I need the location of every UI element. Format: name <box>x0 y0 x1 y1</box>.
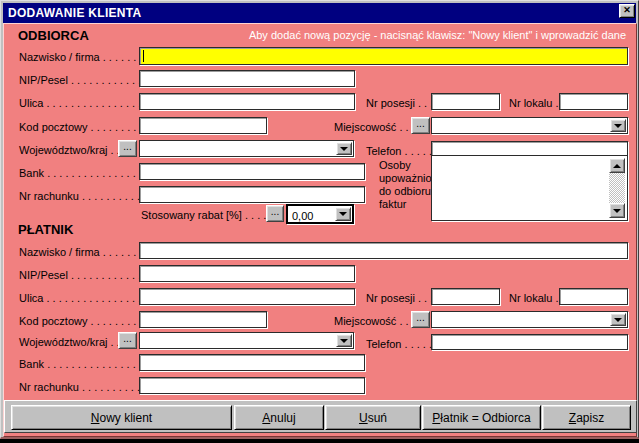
odbiorca-nip-input[interactable] <box>139 70 355 87</box>
odbiorca-bank-label: Bank . . . . . . . . . . . . . . . . <box>19 167 142 179</box>
nowy-klient-label: Nowy klient <box>91 411 152 425</box>
platnik-nazwisko-label: Nazwisko / firma . . . . . . . <box>19 246 142 258</box>
dropdown-arrow-button[interactable] <box>335 207 351 221</box>
dropdown-arrow-button[interactable] <box>610 119 626 132</box>
odbiorca-miejscowosc-combobox[interactable] <box>431 117 628 134</box>
odbiorca-bank-input[interactable] <box>139 163 365 180</box>
scroll-up-button[interactable] <box>609 158 625 173</box>
odbiorca-nr-rachunku-label: Nr rachunku . . . . . . . . . . . <box>19 190 146 202</box>
odbiorca-nr-lokalu-input[interactable] <box>559 93 628 110</box>
scroll-down-button[interactable] <box>609 203 625 218</box>
zapisz-button[interactable]: Zapisz <box>542 405 631 430</box>
vertical-scrollbar[interactable] <box>609 158 625 218</box>
odbiorca-nr-lokalu-label: Nr lokalu . <box>509 97 559 109</box>
platnik-nip-input[interactable] <box>139 265 355 282</box>
platnik-bank-input[interactable] <box>139 354 365 371</box>
odbiorca-nazwisko-label: Nazwisko / firma . . . . . . . <box>19 51 142 63</box>
platnik-miejscowosc-label: Miejscowość . . . <box>334 315 415 327</box>
usun-label: Usuń <box>359 411 387 425</box>
odbiorca-wojewodztwo-browse-button[interactable]: ... <box>118 140 137 157</box>
window-title: DODAWANIE KLIENTA <box>3 6 142 20</box>
platnik-ulica-label: Ulica . . . . . . . . . . . . . . . . <box>19 292 141 304</box>
platnik-nr-rachunku-input[interactable] <box>139 377 365 394</box>
odbiorca-nip-label: NIP/Pesel . . . . . . . . . . . . <box>19 74 141 86</box>
odbiorca-rabat-browse-button[interactable]: ... <box>266 205 284 222</box>
platnik-ulica-input[interactable] <box>139 288 355 305</box>
platnik-wojewodztwo-browse-button[interactable]: ... <box>118 332 137 349</box>
odbiorca-heading: ODBIORCA <box>18 28 89 43</box>
rabat-value: 0,00 <box>288 208 313 222</box>
title-bar[interactable]: DODAWANIE KLIENTA <box>3 3 636 23</box>
platnik-odbiorca-label: Płatnik = Odbiorca <box>432 411 530 425</box>
platnik-miejscowosc-combobox[interactable] <box>431 311 628 328</box>
anuluj-label: Anuluj <box>262 411 295 425</box>
dialog-window: DODAWANIE KLIENTA ✕ ODBIORCA Aby dodać n… <box>0 0 639 439</box>
platnik-heading: PŁATNIK <box>18 222 73 237</box>
arrow-up-icon <box>613 164 621 168</box>
odbiorca-osoby-label: Osoby upoważnione do odbioru faktur <box>379 159 433 211</box>
odbiorca-osoby-textarea[interactable] <box>431 155 628 221</box>
nowy-klient-button[interactable]: Nowy klient <box>11 405 232 430</box>
text-caret <box>143 50 144 62</box>
odbiorca-miejscowosc-browse-button[interactable]: ... <box>411 117 430 134</box>
platnik-kod-input[interactable] <box>139 311 267 328</box>
platnik-miejscowosc-browse-button[interactable]: ... <box>411 311 430 328</box>
dropdown-arrow-button[interactable] <box>610 313 626 326</box>
chevron-down-icon <box>339 212 347 216</box>
platnik-nazwisko-input[interactable] <box>139 242 628 259</box>
platnik-wojewodztwo-label: Województwo/kraj . . <box>19 336 120 348</box>
platnik-bank-label: Bank . . . . . . . . . . . . . . . . <box>19 358 142 370</box>
chevron-down-icon <box>614 124 622 128</box>
odbiorca-nr-rachunku-input[interactable] <box>139 186 365 203</box>
usun-button[interactable]: Usuń <box>325 405 421 430</box>
platnik-nr-rachunku-label: Nr rachunku . . . . . . . . . . . <box>19 381 146 393</box>
odbiorca-ulica-label: Ulica . . . . . . . . . . . . . . . . <box>19 97 141 109</box>
platnik-telefon-input[interactable] <box>431 334 628 350</box>
platnik-nr-lokalu-input[interactable] <box>559 288 628 305</box>
odbiorca-kod-label: Kod pocztowy . . . . . . . . . <box>19 121 143 133</box>
platnik-telefon-label: Telefon . . . . . <box>366 338 432 350</box>
arrow-down-icon <box>613 209 621 213</box>
zapisz-label: Zapisz <box>569 411 604 425</box>
platnik-nr-posesji-label: Nr posesji . . . <box>366 292 433 304</box>
button-bar: Nowy klient Anuluj Usuń Płatnik = Odbior… <box>4 400 637 433</box>
platnik-wojewodztwo-combobox[interactable] <box>139 332 354 349</box>
hint-text: Aby dodać nową pozycję - nacisnąć klawis… <box>249 29 626 41</box>
odbiorca-rabat-combobox[interactable]: 0,00 <box>286 204 354 224</box>
odbiorca-nazwisko-input[interactable] <box>139 47 628 65</box>
close-icon: ✕ <box>623 5 631 15</box>
close-button[interactable]: ✕ <box>619 4 635 18</box>
anuluj-button[interactable]: Anuluj <box>234 405 324 430</box>
odbiorca-rabat-label: Stosowany rabat [%] . . . . <box>141 209 266 221</box>
chevron-down-icon <box>340 147 348 151</box>
odbiorca-wojewodztwo-label: Województwo/kraj . . <box>19 144 120 156</box>
odbiorca-nr-posesji-input[interactable] <box>431 93 500 110</box>
chevron-down-icon <box>340 339 348 343</box>
odbiorca-telefon-label: Telefon . . . . . <box>366 145 432 157</box>
platnik-odbiorca-button[interactable]: Płatnik = Odbiorca <box>422 405 541 430</box>
dropdown-arrow-button[interactable] <box>336 142 352 155</box>
odbiorca-miejscowosc-label: Miejscowość . . . <box>334 121 415 133</box>
platnik-nr-lokalu-label: Nr lokalu . <box>509 292 559 304</box>
dropdown-arrow-button[interactable] <box>336 334 352 347</box>
platnik-nr-posesji-input[interactable] <box>431 288 500 305</box>
odbiorca-kod-input[interactable] <box>139 117 267 134</box>
chevron-down-icon <box>614 318 622 322</box>
odbiorca-wojewodztwo-combobox[interactable] <box>139 140 354 157</box>
platnik-kod-label: Kod pocztowy . . . . . . . . . <box>19 315 143 327</box>
odbiorca-nr-posesji-label: Nr posesji . . . <box>366 97 433 109</box>
odbiorca-ulica-input[interactable] <box>139 93 355 110</box>
platnik-nip-label: NIP/Pesel . . . . . . . . . . . . <box>19 269 141 281</box>
